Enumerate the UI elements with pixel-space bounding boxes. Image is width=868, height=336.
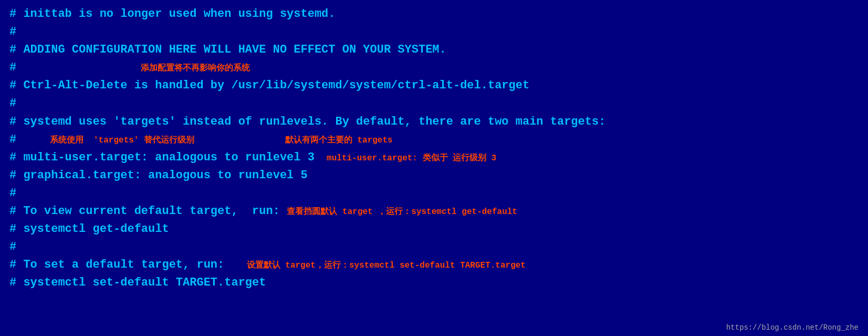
terminal-line-10: # To view current default target, run: 查… bbox=[9, 202, 859, 220]
annotation-text: 查看挡圆默认 target ，运行：systemctl get-default bbox=[282, 206, 517, 219]
code-text: # inittab is no longer used when using s… bbox=[9, 5, 336, 23]
terminal-line-3: # ADDING CONFIGURATION HERE WILL HAVE NO… bbox=[9, 41, 859, 59]
terminal-line-6b: # 系统使用 'targets' 替代运行级别 默认有两个主要的 targets bbox=[9, 131, 859, 149]
code-text: # bbox=[9, 23, 16, 41]
code-text: # bbox=[9, 185, 16, 202]
code-text: # graphical.target: analogous to runleve… bbox=[9, 167, 308, 185]
annotation-text: 系统使用 'targets' 替代运行级别 默认有两个主要的 targets bbox=[19, 134, 392, 147]
terminal-line-12: # bbox=[9, 238, 859, 256]
code-text: # ADDING CONFIGURATION HERE WILL HAVE NO… bbox=[9, 41, 446, 59]
code-text: # To set a default target, run: bbox=[9, 256, 224, 274]
annotation-text: 添加配置将不再影响你的系统 bbox=[19, 62, 249, 75]
code-text: # bbox=[9, 95, 16, 113]
terminal-line-8: # graphical.target: analogous to runleve… bbox=[9, 167, 859, 185]
terminal-line-6: # systemd uses 'targets' instead of runl… bbox=[9, 113, 859, 131]
code-text: # bbox=[9, 131, 16, 149]
code-text: # systemctl set-default TARGET.target bbox=[9, 274, 266, 292]
terminal-line-11: # systemctl get-default bbox=[9, 220, 859, 238]
code-text: # bbox=[9, 59, 16, 77]
terminal-line-4: # Ctrl-Alt-Delete is handled by /usr/lib… bbox=[9, 77, 859, 95]
terminal-line-3b: # 添加配置将不再影响你的系统 bbox=[9, 59, 859, 77]
code-text: # bbox=[9, 238, 16, 256]
terminal-line-13: # To set a default target, run: 设置默认 tar… bbox=[9, 256, 859, 274]
code-text: # Ctrl-Alt-Delete is handled by /usr/lib… bbox=[9, 77, 529, 95]
code-text: # multi-user.target: analogous to runlev… bbox=[9, 149, 315, 167]
terminal-line-9: # bbox=[9, 185, 859, 202]
terminal-line-14: # systemctl set-default TARGET.target bbox=[9, 274, 859, 292]
terminal-line-7: # multi-user.target: analogous to runlev… bbox=[9, 149, 859, 167]
watermark-text: https://blog.csdn.net/Rong_zhe bbox=[726, 323, 859, 332]
terminal-line-1: # inittab is no longer used when using s… bbox=[9, 5, 859, 23]
code-text: # systemd uses 'targets' instead of runl… bbox=[9, 113, 605, 131]
code-text: # systemctl get-default bbox=[9, 220, 169, 238]
terminal-window: # inittab is no longer used when using s… bbox=[0, 0, 868, 336]
terminal-line-5: # bbox=[9, 95, 859, 113]
code-text: # To view current default target, run: bbox=[9, 202, 280, 220]
annotation-text: 设置默认 target，运行：systemctl set-default TAR… bbox=[226, 259, 526, 272]
annotation-text: multi-user.target: 类似于 运行级别 3 bbox=[317, 152, 496, 165]
terminal-line-2: # bbox=[9, 23, 859, 41]
